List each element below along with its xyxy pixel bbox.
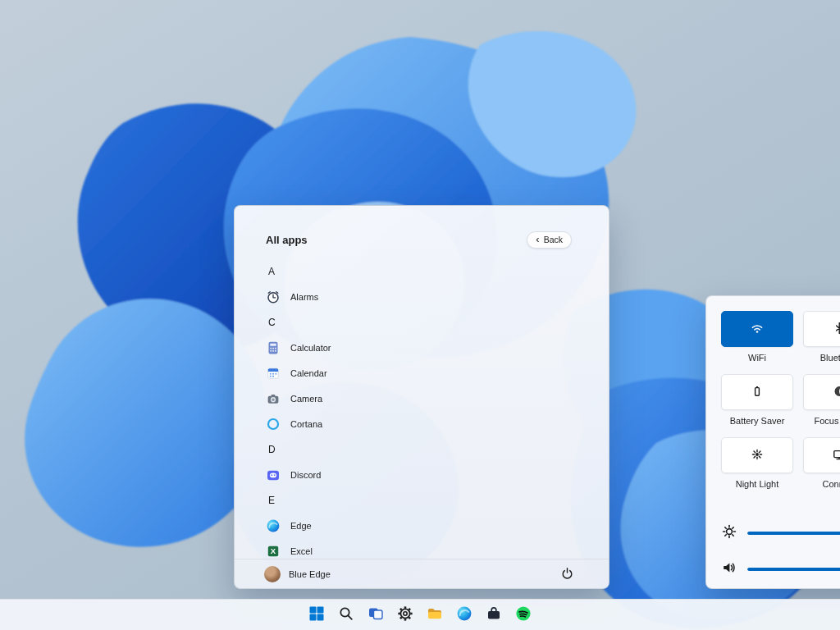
excel-icon: X — [266, 544, 281, 559]
taskbar-start-button[interactable] — [303, 603, 331, 628]
gear-icon — [397, 605, 413, 624]
brightness-row — [721, 523, 840, 543]
bluetooth-icon — [832, 321, 840, 338]
chevron-left-icon: ‹ — [536, 234, 539, 244]
volume-slider[interactable] — [747, 568, 840, 571]
avatar — [264, 566, 281, 582]
app-item-calendar[interactable]: Calendar — [266, 360, 609, 386]
bluetooth-label: Bluetooth — [820, 353, 840, 363]
power-icon — [560, 566, 574, 582]
camera-icon — [266, 391, 281, 406]
brightness-icon — [721, 523, 737, 543]
all-apps-list: A Alarms C — [235, 253, 609, 559]
section-letter-c[interactable]: C — [266, 309, 609, 335]
edge-icon — [266, 518, 281, 533]
start-menu-header: All apps ‹ Back — [235, 206, 609, 253]
app-label: Cortana — [290, 419, 322, 429]
volume-row — [721, 559, 840, 579]
start-menu-footer: Blue Edge — [235, 559, 609, 588]
focus-assist-toggle[interactable] — [803, 374, 840, 410]
connect-label: Connect — [823, 479, 840, 490]
quick-setting-wifi: WiFi — [721, 311, 793, 363]
discord-icon — [266, 468, 281, 482]
app-item-alarms[interactable]: Alarms — [266, 284, 609, 309]
taskbar-store-button[interactable] — [480, 603, 508, 628]
volume-icon — [721, 559, 737, 579]
section-letter-label: A — [268, 266, 275, 277]
wifi-icon — [750, 321, 765, 338]
app-item-discord[interactable]: Discord — [266, 462, 609, 487]
svg-text:X: X — [271, 546, 276, 555]
battery-saver-icon — [750, 384, 765, 401]
night-light-label: Night Light — [736, 479, 779, 490]
app-label: Excel — [290, 546, 313, 556]
alarms-icon — [266, 290, 281, 304]
wifi-label: WiFi — [748, 353, 766, 363]
start-menu-all-apps: All apps ‹ Back A Alarms — [234, 205, 609, 589]
desktop: All apps ‹ Back A Alarms — [0, 0, 840, 630]
focus-assist-label: Focus assist — [814, 416, 840, 427]
taskbar-edge-button[interactable] — [450, 603, 478, 628]
quick-setting-battery-saver: Battery Saver — [721, 374, 793, 427]
spotify-icon — [515, 605, 532, 624]
section-letter-e[interactable]: E — [266, 487, 609, 513]
calculator-icon — [266, 340, 281, 355]
taskbar-file-explorer-button[interactable] — [421, 603, 449, 628]
task-view-icon — [368, 605, 384, 624]
search-icon — [338, 605, 354, 624]
wifi-toggle[interactable] — [721, 311, 793, 347]
volume-slider-fill — [747, 568, 840, 571]
taskbar — [0, 599, 840, 630]
cortana-icon — [266, 417, 281, 431]
section-letter-a[interactable]: A — [266, 258, 609, 284]
night-light-icon — [750, 447, 765, 464]
app-label: Calendar — [290, 368, 327, 378]
brightness-slider[interactable] — [747, 532, 840, 535]
app-item-excel[interactable]: X Excel — [266, 538, 609, 559]
calendar-icon — [266, 366, 281, 381]
app-label: Camera — [290, 394, 322, 404]
all-apps-title: All apps — [266, 234, 308, 246]
app-label: Edge — [290, 521, 312, 531]
connect-icon — [832, 447, 840, 464]
app-item-calculator[interactable]: Calculator — [266, 335, 609, 360]
section-letter-label: E — [268, 495, 275, 506]
taskbar-spotify-button[interactable] — [509, 603, 537, 628]
taskbar-settings-button[interactable] — [391, 603, 419, 628]
taskbar-task-view-button[interactable] — [362, 603, 390, 628]
section-letter-label: D — [268, 444, 276, 455]
windows-start-icon — [308, 605, 325, 624]
section-letter-label: C — [268, 317, 276, 328]
app-label: Alarms — [290, 292, 318, 302]
user-profile[interactable]: Blue Edge — [264, 566, 331, 582]
quick-setting-focus-assist: Focus assist — [803, 374, 840, 427]
night-light-toggle[interactable] — [721, 437, 793, 473]
store-bag-icon — [486, 605, 502, 624]
app-label: Calculator — [290, 343, 331, 353]
folder-icon — [427, 605, 443, 624]
bluetooth-toggle[interactable] — [803, 311, 840, 347]
app-item-cortana[interactable]: Cortana — [266, 411, 609, 436]
brightness-slider-fill — [747, 532, 840, 535]
quick-setting-night-light: Night Light — [721, 437, 793, 490]
back-button[interactable]: ‹ Back — [527, 231, 572, 249]
app-item-camera[interactable]: Camera — [266, 386, 609, 411]
app-item-edge[interactable]: Edge — [266, 513, 609, 538]
back-label: Back — [544, 235, 563, 244]
quick-setting-connect: Connect — [803, 437, 840, 490]
edge-icon — [456, 605, 472, 624]
app-label: Discord — [290, 470, 321, 480]
focus-assist-icon — [832, 384, 840, 401]
taskbar-search-button[interactable] — [332, 603, 360, 628]
quick-settings-panel: WiFi Bluetooth — [705, 295, 840, 589]
connect-toggle[interactable] — [803, 437, 840, 473]
user-name: Blue Edge — [289, 569, 331, 579]
section-letter-d[interactable]: D — [266, 436, 609, 462]
quick-setting-bluetooth: Bluetooth — [803, 311, 840, 363]
quick-settings-grid: WiFi Bluetooth — [721, 311, 840, 490]
battery-saver-toggle[interactable] — [721, 374, 793, 410]
power-button[interactable] — [560, 566, 574, 582]
battery-saver-label: Battery Saver — [730, 416, 785, 427]
